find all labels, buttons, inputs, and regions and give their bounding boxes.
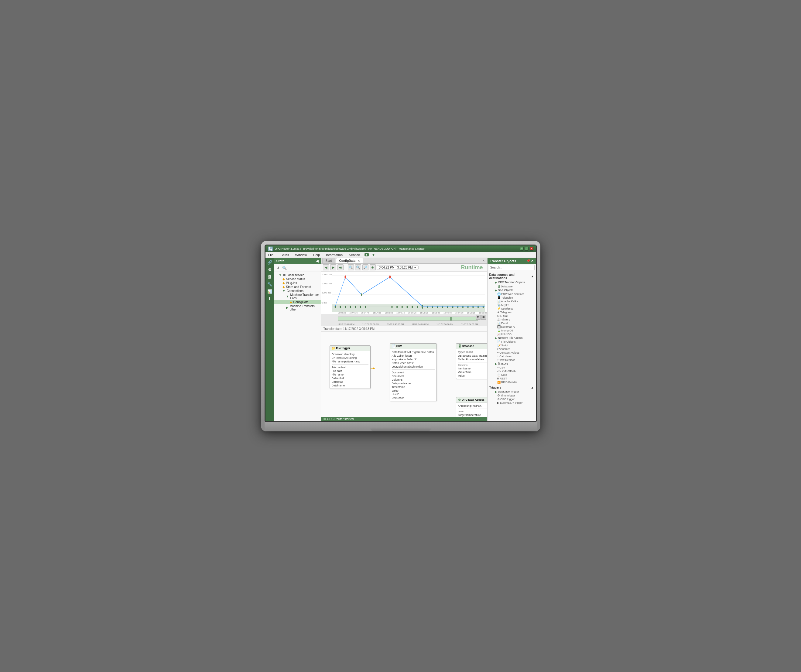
rp-triggers-header[interactable]: Triggers ▲: [487, 385, 536, 390]
menu-file[interactable]: File: [267, 253, 275, 257]
right-panel-pin-btn[interactable]: 📌: [526, 259, 530, 262]
rp-sub-opc-trigger[interactable]: ⚙ OPC trigger: [491, 397, 536, 401]
rp-sub-sparkplug[interactable]: ⚡ Sparkplug: [491, 307, 536, 310]
strip-icon-5[interactable]: 📊: [266, 288, 273, 295]
rp-sub-xml[interactable]: </> XML/XPath: [491, 370, 536, 373]
right-panel-search-input[interactable]: [489, 265, 535, 270]
tree-item-machine-transfers-other[interactable]: ▶ Machine Transfers other: [274, 304, 321, 311]
menu-help[interactable]: Help: [312, 253, 322, 257]
flow-box-database[interactable]: 🗄 Database Typer: Insert DB access data:…: [456, 343, 487, 379]
rp-sub-script[interactable]: 📝 Script: [491, 344, 536, 347]
tab-start[interactable]: Start: [322, 258, 335, 264]
rp-sub-email[interactable]: ✉ E-Mail: [491, 314, 536, 318]
rp-item-sap[interactable]: ▶ SAP Objects: [491, 288, 536, 292]
rp-sub-database[interactable]: 🗄 Database: [491, 285, 536, 288]
rp-sub-time-trigger[interactable]: ⏱ Time trigger: [491, 394, 536, 397]
rp-sub-excel[interactable]: 📊 Excel: [491, 322, 536, 325]
rp-section-data-sources-header[interactable]: Data sources anddestinations ▲: [487, 273, 536, 280]
chart-toolbar: ◀ ▶ ⏭ 🔍 🔍 🔎 ⊕ 3:04:22 PM - 3:06:28 PM ▼ …: [321, 264, 487, 272]
kafka-icon: 📊: [497, 300, 500, 303]
flow-box-opc[interactable]: ⚙ OPC Data Access Anbindung: KEPEX Items…: [456, 397, 487, 417]
menu-extras[interactable]: Extras: [278, 253, 290, 257]
rp-sub-constant[interactable]: = Constant Values: [491, 351, 536, 355]
rp-item-network-file[interactable]: ▶ Network File Access: [491, 336, 536, 340]
strip-icon-6[interactable]: ℹ: [266, 296, 273, 302]
tree-item-machine-transfer[interactable]: ▼ Machine Transfer per Files: [274, 293, 321, 300]
strip-icon-3[interactable]: 🗄: [266, 274, 273, 280]
rp-sub-euromap77[interactable]: 🔲 Euromap77: [491, 325, 536, 329]
chart-back-btn[interactable]: ◀: [323, 264, 329, 270]
rp-item-json[interactable]: ▶ {} JSON: [491, 362, 536, 366]
sidebar-search-btn[interactable]: 🔍: [282, 265, 287, 271]
tree-item-connections[interactable]: ▼ Connections: [274, 289, 321, 293]
tree-item-plugins[interactable]: ◆ Plug-ins: [274, 281, 321, 285]
time-display[interactable]: 3:04:22 PM - 3:06:28 PM ▼: [377, 265, 419, 270]
menu-bar: File Extras Window Help Information Serv…: [265, 252, 536, 258]
chart-skip-btn[interactable]: ⏭: [338, 264, 344, 270]
db-trigger-icon: ▶: [495, 390, 497, 394]
menu-window[interactable]: Window: [293, 253, 308, 257]
diagram-area[interactable]: Datapo... nd=23... 10/6/2...: [321, 332, 487, 417]
rp-sub-text-replace[interactable]: T Text Replace: [491, 358, 536, 362]
tree-item-service-status[interactable]: ◆ Service status: [274, 277, 321, 281]
rp-sub-erp[interactable]: 🌐 ERP Web Services: [491, 292, 536, 296]
strip-icon-2[interactable]: ⚙: [266, 267, 273, 273]
rp-item-db-trigger[interactable]: ▶ Database Trigger: [491, 390, 536, 394]
menu-information[interactable]: Information: [325, 253, 344, 257]
rp-sub-euromap-trigger[interactable]: ▶ Euromap77 trigger: [491, 401, 536, 405]
variables-icon: x: [497, 347, 499, 350]
flow-box-file-trigger[interactable]: 📁 File trigger Observed directory: C:\Te…: [330, 346, 371, 389]
chart-play-btn[interactable]: ▶: [330, 264, 336, 270]
app-window: 🔄 OPC Router 4.28 x64 - provided for inr…: [265, 246, 536, 421]
sparkplug-icon: ⚡: [497, 307, 500, 310]
rp-sub-rest[interactable]: R REST: [491, 377, 536, 380]
chart-zoom-fit-btn[interactable]: 🔎: [362, 264, 368, 270]
rp-sub-telegram[interactable]: ✈ Telegram: [491, 310, 536, 314]
maximize-button[interactable]: □: [525, 247, 529, 251]
timeline-btn-2[interactable]: ⊞: [481, 315, 486, 320]
triggers-collapse[interactable]: ▲: [531, 386, 534, 389]
flow-box-csv[interactable]: 📄 CSV Dateiformat: Mit ';' getrennte Dat…: [390, 343, 437, 401]
strip-icon-4[interactable]: 🔧: [266, 281, 273, 288]
chart-search-btn[interactable]: ⊕: [370, 264, 376, 270]
rp-sub-mqtt[interactable]: 📡 MQTT: [491, 303, 536, 307]
data-sources-collapse[interactable]: ▲: [531, 275, 534, 278]
chart-zoom-in-btn[interactable]: 🔍: [348, 264, 354, 270]
rp-sub-calculator[interactable]: + Calculator: [491, 355, 536, 358]
minimize-button[interactable]: ─: [520, 247, 524, 251]
title-bar: 🔄 OPC Router 4.28 x64 - provided for inr…: [265, 246, 536, 252]
timeline-bar: [338, 317, 478, 321]
timeline-btn-1[interactable]: ⊟: [476, 315, 481, 320]
tab-close-icon[interactable]: ✕: [357, 259, 360, 262]
sidebar-refresh-btn[interactable]: ↺: [275, 265, 281, 271]
rp-sub-kafka[interactable]: 📊 Apache Kafka: [491, 299, 536, 303]
tree-item-store-forward[interactable]: ◆ Store and Forward: [274, 285, 321, 289]
rp-sub-note[interactable]: 📋 Note: [491, 373, 536, 377]
rp-sub-mongodb[interactable]: 🍃 MongoDB: [491, 329, 536, 332]
rp-sub-printers[interactable]: 🖨 Printers: [491, 318, 536, 322]
rp-sub-variables[interactable]: x Variables: [491, 347, 536, 351]
rp-sub-csv[interactable]: ≡ CSV: [491, 366, 536, 370]
tab-area-close[interactable]: ✕: [482, 258, 486, 263]
tab-configdata[interactable]: ConfigData ✕: [336, 258, 363, 264]
strip-icon-1[interactable]: 🔗: [266, 259, 273, 266]
close-button[interactable]: ✕: [530, 247, 533, 251]
menu-service[interactable]: Service: [347, 253, 362, 257]
service-dropdown[interactable]: ▼: [372, 253, 375, 257]
right-panel-close-btn[interactable]: ✕: [531, 259, 533, 262]
timeline-container: 11/17 2:24:00 PM 11/17 2:32:00 PM 11/17 …: [321, 314, 487, 326]
out-file-name: File name: [332, 373, 368, 376]
rp-item-opc-transfer[interactable]: ▶ OPC Transfer Objects: [491, 280, 536, 285]
status-dot: [323, 418, 326, 420]
window-title: OPC Router 4.28 x64 - provided for inray…: [275, 247, 425, 250]
right-panel-search: [487, 264, 536, 271]
rp-sub-rfid[interactable]: 📶 RFID Reader: [491, 380, 536, 384]
rp-sub-telegehm[interactable]: 📱 Telegehm: [491, 296, 536, 299]
rp-sub-influxdb[interactable]: 📈 InfluxDB: [491, 332, 536, 336]
tree-item-local-service[interactable]: ▼ 🖥 Local service: [274, 273, 321, 277]
csv-trim: Leerzeichen abschneiden: [392, 365, 435, 368]
rp-sub-file-objects[interactable]: 📄 File Objects: [491, 340, 536, 344]
chart-zoom-out-btn[interactable]: 🔍: [355, 264, 361, 270]
sidebar-collapse-icon[interactable]: ◀: [316, 259, 318, 263]
tree-item-configdata[interactable]: ◆ ConfigData: [274, 300, 321, 304]
